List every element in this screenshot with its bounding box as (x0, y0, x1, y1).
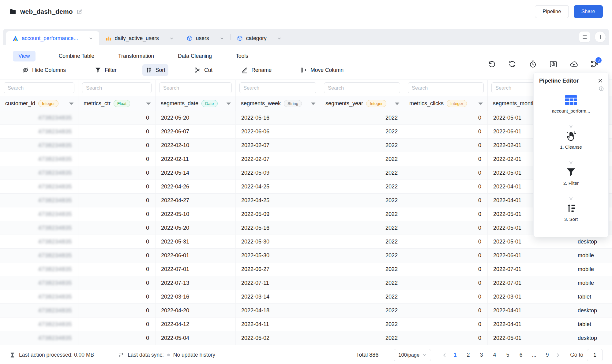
page-button-6[interactable]: 6 (515, 349, 527, 361)
data-sync-icon (118, 352, 124, 358)
table-cell: 2022-04-25 (236, 180, 320, 193)
run-history-button[interactable] (549, 60, 558, 68)
pipeline-editor-title: Pipeline Editor (539, 77, 579, 84)
column-filter-icon[interactable] (226, 100, 232, 106)
pipeline-button[interactable]: Pipeline (535, 5, 569, 18)
goto-page-input[interactable] (587, 349, 603, 361)
logo-icon (12, 35, 19, 42)
page-button-3[interactable]: 3 (476, 349, 487, 361)
tab-bar: account_performance...daily_active_users… (3, 29, 609, 45)
next-page-button[interactable] (555, 352, 561, 358)
menu-transformation[interactable]: Transformation (118, 51, 155, 61)
table-cell: 0 (404, 111, 488, 124)
table-cell: 2022 (320, 235, 404, 248)
pipeline-steps-button[interactable]: 3 (590, 60, 599, 68)
column-name: customer_id (5, 100, 35, 107)
table-cell: 2022-05-02 (236, 331, 320, 345)
scissors-icon (194, 67, 201, 73)
pipeline-editor-header: Pipeline Editor (534, 72, 608, 85)
redacted-cell: 4738234835 (0, 139, 78, 152)
tab-account-performance[interactable]: account_performance... (6, 31, 99, 45)
info-icon[interactable] (599, 86, 604, 91)
table-list-button[interactable] (579, 31, 590, 43)
column-name: segments_date (161, 100, 198, 107)
table-cell: mobile (572, 262, 612, 276)
column-type-badge: Date (201, 100, 218, 107)
search-input-segments-date[interactable] (159, 82, 232, 93)
rename-workbook-icon[interactable] (77, 9, 82, 15)
column-filter-icon[interactable] (145, 100, 152, 106)
rename-button[interactable]: Rename (238, 64, 275, 76)
page-button-1[interactable]: 1 (449, 349, 461, 361)
tab-label: account_performance... (22, 35, 78, 42)
pipeline-node-1-cleanse[interactable]: 1. Cleanse (560, 131, 582, 150)
column-filter-icon[interactable] (478, 100, 484, 106)
menu-view[interactable]: View (13, 51, 36, 61)
undo-button[interactable] (488, 60, 496, 68)
menu-data-cleaning[interactable]: Data Cleaning (177, 51, 212, 61)
column-type-badge: Integer (366, 100, 386, 107)
column-filter-icon[interactable] (394, 100, 400, 106)
timer-button[interactable] (529, 60, 537, 68)
tab-users[interactable]: users (180, 31, 230, 45)
search-input-segments-year[interactable] (324, 82, 400, 93)
redacted-cell: 4738234835 (0, 262, 78, 276)
page-button-2[interactable]: 2 (463, 349, 474, 361)
column-filter-icon[interactable] (310, 100, 316, 106)
table-cell: 2022-05-20 (156, 221, 236, 235)
page-ellipsis[interactable]: ... (528, 349, 540, 361)
table-row: 473823483502022-07-132022-07-11202202022… (0, 276, 612, 290)
menu-combine-table[interactable]: Combine Table (58, 51, 95, 61)
last-action-group: Last action processed: 0.00 MB (9, 352, 94, 358)
column-name: metrics_clicks (409, 100, 444, 107)
page-size-select[interactable]: 100/page (394, 349, 431, 361)
table-body: 473823483502022-05-202022-05-16202202022… (0, 111, 612, 345)
column-filter-icon[interactable] (68, 100, 74, 106)
table-row: 473823483502022-04-122022-04-11202202022… (0, 318, 612, 331)
hourglass-icon (9, 352, 16, 358)
refresh-button[interactable] (508, 60, 516, 68)
table-cell: 0 (404, 262, 488, 276)
table-cell: 2022 (320, 221, 404, 235)
tab-category[interactable]: category (231, 31, 288, 45)
page-button-9[interactable]: 9 (542, 349, 553, 361)
cut-button[interactable]: Cut (191, 64, 216, 76)
tab-daily-active-users[interactable]: daily_active_users (99, 31, 180, 45)
funnel-icon (564, 167, 578, 178)
prev-page-button[interactable] (441, 352, 448, 358)
share-button[interactable]: Share (574, 5, 603, 18)
filter-button[interactable]: Filter (92, 64, 120, 76)
menu-tools[interactable]: Tools (235, 51, 249, 61)
table-cell: 0 (404, 249, 488, 262)
last-sync-label: Last data sync: (128, 352, 164, 358)
page-button-4[interactable]: 4 (489, 349, 500, 361)
sort-button[interactable]: Sort (142, 64, 168, 76)
table-cell: desktop (572, 304, 612, 317)
redacted-cell: 4738234835 (0, 304, 78, 317)
close-icon[interactable] (597, 78, 603, 84)
pipeline-node-3-sort[interactable]: 3. Sort (564, 203, 578, 222)
table-cell: 2022-04-26 (156, 180, 236, 193)
list-icon (582, 34, 588, 40)
sync-status-dot (167, 354, 170, 356)
pipeline-node-2-filter[interactable]: 2. Filter (563, 167, 579, 186)
last-sync-value: No update history (173, 352, 215, 358)
table-cell: 2022-07-01 (488, 262, 572, 276)
table-cell: 2022 (320, 139, 404, 152)
page-button-5[interactable]: 5 (502, 349, 513, 361)
hide-columns-button[interactable]: Hide Columns (19, 64, 69, 76)
cloud-sync-button[interactable] (570, 60, 578, 68)
move-column-button[interactable]: Move Column (297, 64, 347, 76)
table-cell: 2022-03-16 (156, 290, 236, 303)
add-table-button[interactable] (595, 31, 606, 43)
search-input-segments-week[interactable] (239, 82, 316, 93)
search-input-metrics-clicks[interactable] (408, 82, 484, 93)
chevron-down-icon (88, 36, 93, 41)
search-input-metrics-ctr[interactable] (82, 82, 152, 93)
pipeline-node-account-perform[interactable]: account_perform... (552, 95, 590, 113)
table-row: 473823483502022-04-262022-04-25202202022… (0, 180, 612, 194)
search-input-customer-id[interactable] (4, 82, 74, 93)
tool-label: Move Column (310, 67, 344, 73)
table-cell: 2022-04-18 (236, 304, 320, 317)
table-cell: 0 (78, 166, 156, 180)
